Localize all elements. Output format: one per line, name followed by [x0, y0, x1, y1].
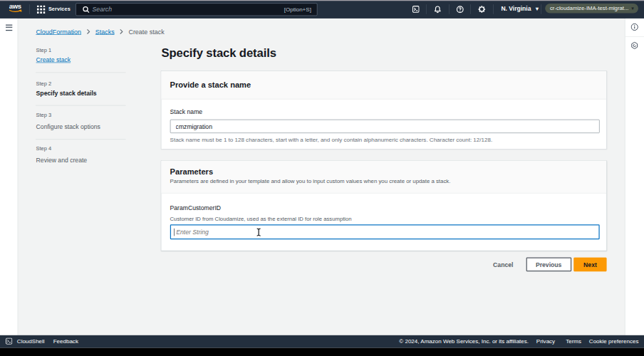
svg-text:aws: aws: [9, 4, 21, 10]
